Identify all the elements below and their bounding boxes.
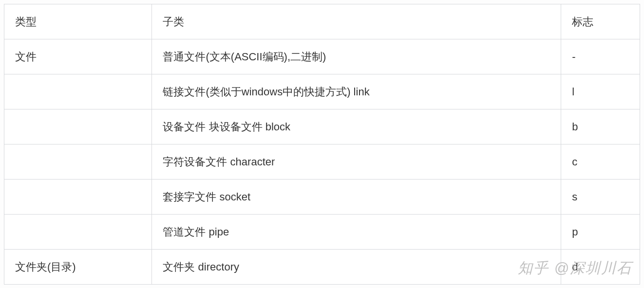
table-row: 文件 普通文件(文本(ASCII编码),二进制) - bbox=[4, 39, 640, 74]
cell-flag: s bbox=[561, 180, 640, 215]
cell-type bbox=[4, 215, 152, 250]
cell-type bbox=[4, 180, 152, 215]
cell-flag: d bbox=[561, 250, 640, 285]
table-row: 字符设备文件 character c bbox=[4, 144, 640, 180]
table-row: 文件夹(目录) 文件夹 directory d bbox=[4, 250, 640, 285]
cell-subtype: 管道文件 pipe bbox=[152, 215, 561, 250]
header-type: 类型 bbox=[4, 4, 152, 39]
cell-type bbox=[4, 109, 152, 144]
cell-flag: p bbox=[561, 215, 640, 250]
table-row: 链接文件(类似于windows中的快捷方式) link l bbox=[4, 74, 640, 109]
table-row: 套接字文件 socket s bbox=[4, 180, 640, 215]
cell-type: 文件 bbox=[4, 39, 152, 74]
table-row: 设备文件 块设备文件 block b bbox=[4, 109, 640, 144]
file-type-table: 类型 子类 标志 文件 普通文件(文本(ASCII编码),二进制) - 链接文件… bbox=[4, 4, 640, 285]
cell-subtype: 文件夹 directory bbox=[152, 250, 561, 285]
cell-flag: c bbox=[561, 144, 640, 180]
cell-type: 文件夹(目录) bbox=[4, 250, 152, 285]
cell-subtype: 套接字文件 socket bbox=[152, 180, 561, 215]
header-subtype: 子类 bbox=[152, 4, 561, 39]
cell-subtype: 字符设备文件 character bbox=[152, 144, 561, 180]
table-row: 管道文件 pipe p bbox=[4, 215, 640, 250]
cell-type bbox=[4, 144, 152, 180]
cell-type bbox=[4, 74, 152, 109]
table-header-row: 类型 子类 标志 bbox=[4, 4, 640, 39]
cell-subtype: 设备文件 块设备文件 block bbox=[152, 109, 561, 144]
cell-subtype: 普通文件(文本(ASCII编码),二进制) bbox=[152, 39, 561, 74]
cell-flag: b bbox=[561, 109, 640, 144]
cell-subtype: 链接文件(类似于windows中的快捷方式) link bbox=[152, 74, 561, 109]
cell-flag: l bbox=[561, 74, 640, 109]
header-flag: 标志 bbox=[561, 4, 640, 39]
cell-flag: - bbox=[561, 39, 640, 74]
